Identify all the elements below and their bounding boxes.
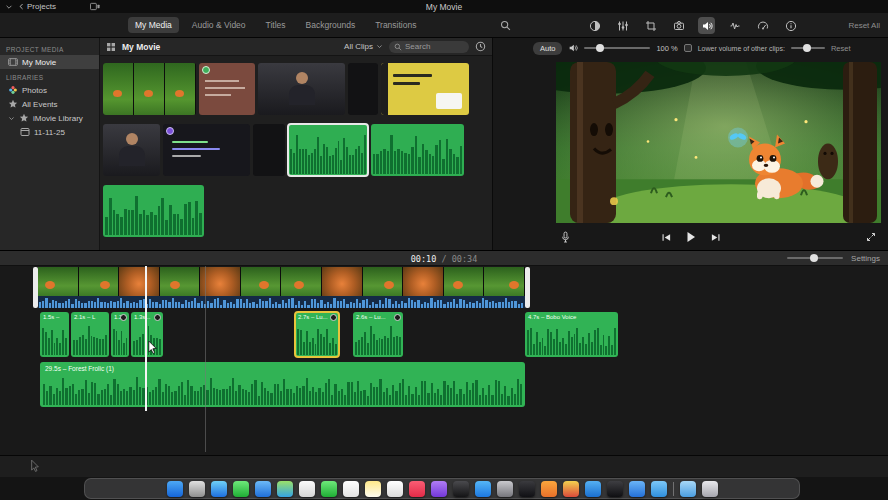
next-frame-button[interactable] bbox=[710, 233, 721, 242]
timeline-music-clip[interactable]: 29.5s – Forest Frolic (1) bbox=[40, 362, 525, 407]
dock-app-store[interactable] bbox=[475, 481, 491, 497]
tab-transitions[interactable]: Transitions bbox=[368, 17, 423, 33]
video-audio-track[interactable] bbox=[38, 296, 525, 308]
media-browser-toggle-icon[interactable] bbox=[89, 2, 101, 11]
dock-podcasts[interactable] bbox=[431, 481, 447, 497]
noise-reduction-icon[interactable] bbox=[726, 17, 743, 34]
media-clip-code[interactable] bbox=[163, 124, 250, 176]
timeline-tracks: 1.5s –2.1s – L1.2.1.3s...2.7s – Lu...2.6… bbox=[0, 266, 888, 455]
timeline-zoom-knob[interactable] bbox=[810, 254, 818, 262]
dock-downloads[interactable] bbox=[680, 481, 696, 497]
tab-my-media[interactable]: My Media bbox=[128, 17, 179, 33]
recents-clock-icon[interactable] bbox=[475, 41, 486, 52]
timeline-zoom-slider[interactable] bbox=[787, 257, 843, 259]
dock-safari[interactable] bbox=[211, 481, 227, 497]
stabilization-icon[interactable] bbox=[670, 17, 687, 34]
dock-photos[interactable] bbox=[299, 481, 315, 497]
timeline-audio-clip-1-2[interactable]: 1.2. bbox=[111, 312, 129, 357]
sidebar-item-11-11-25[interactable]: 11-11-25 bbox=[0, 125, 99, 139]
previous-frame-button[interactable] bbox=[661, 233, 672, 242]
lower-volume-slider[interactable] bbox=[791, 47, 825, 49]
dock-messages[interactable] bbox=[233, 481, 249, 497]
dock-video-call[interactable] bbox=[629, 481, 645, 497]
playhead[interactable] bbox=[145, 266, 147, 411]
media-clip-audio-wave[interactable] bbox=[288, 124, 368, 176]
dock-maps[interactable] bbox=[277, 481, 293, 497]
thumbnail-zoom-icon[interactable] bbox=[500, 20, 511, 31]
dock-facetime[interactable] bbox=[321, 481, 337, 497]
clip-effect-badge bbox=[330, 314, 337, 321]
media-clip-text-doc[interactable] bbox=[199, 63, 255, 115]
clip-info-icon[interactable] bbox=[782, 17, 799, 34]
timeline-audio-clip-2-6s-lu[interactable]: 2.6s – Lu... bbox=[353, 312, 403, 357]
media-clip-fox-video[interactable] bbox=[103, 63, 196, 115]
dock-music[interactable] bbox=[409, 481, 425, 497]
sidebar-item-photos[interactable]: Photos bbox=[0, 83, 99, 97]
search-field[interactable] bbox=[389, 41, 469, 53]
dock-mail[interactable] bbox=[255, 481, 271, 497]
all-clips-dropdown[interactable]: All Clips bbox=[344, 42, 383, 51]
search-input[interactable] bbox=[405, 42, 464, 51]
back-to-projects-button[interactable]: Projects bbox=[18, 2, 56, 11]
crop-icon[interactable] bbox=[642, 17, 659, 34]
filmstrip-frame bbox=[444, 267, 485, 296]
filmstrip-frame bbox=[38, 267, 79, 296]
timeline-audio-clip-2-1s-l[interactable]: 2.1s – L bbox=[71, 312, 109, 357]
dock-code-editor[interactable] bbox=[585, 481, 601, 497]
clip-trim-handle-right[interactable] bbox=[525, 267, 530, 308]
fox-figure bbox=[294, 281, 304, 289]
filmstrip[interactable] bbox=[38, 267, 525, 296]
dock-terminal[interactable] bbox=[607, 481, 623, 497]
volume-slider-knob[interactable] bbox=[596, 44, 604, 52]
volume-icon[interactable] bbox=[698, 17, 715, 34]
collapse-chevron-icon[interactable] bbox=[5, 3, 13, 11]
timeline-settings-button[interactable]: Settings bbox=[851, 254, 880, 263]
dock-stocks[interactable] bbox=[519, 481, 535, 497]
filmstrip-frame bbox=[200, 267, 241, 296]
volume-slider[interactable] bbox=[584, 47, 650, 49]
tab-audio-video[interactable]: Audio & Video bbox=[185, 17, 253, 33]
dock-reminders[interactable] bbox=[387, 481, 403, 497]
media-clip-webcam2[interactable] bbox=[103, 124, 160, 176]
lower-volume-knob[interactable] bbox=[803, 44, 811, 52]
sidebar-item-all-events[interactable]: All Events bbox=[0, 97, 99, 111]
timeline-audio-clip-2-7s-lu[interactable]: 2.7s – Lu... bbox=[295, 312, 339, 357]
color-balance-icon[interactable] bbox=[586, 17, 603, 34]
auto-volume-button[interactable]: Auto bbox=[533, 42, 562, 55]
dock-folder[interactable] bbox=[651, 481, 667, 497]
dock-browser[interactable] bbox=[563, 481, 579, 497]
grid-view-icon[interactable] bbox=[106, 42, 116, 52]
dock-books[interactable] bbox=[541, 481, 557, 497]
sidebar-item-my-movie[interactable]: My Movie bbox=[0, 55, 99, 69]
dock-tv[interactable] bbox=[453, 481, 469, 497]
volume-reset-button[interactable]: Reset bbox=[831, 44, 851, 53]
dock-trash[interactable] bbox=[702, 481, 718, 497]
color-correction-icon[interactable] bbox=[614, 17, 631, 34]
timeline-audio-clip-1-5s[interactable]: 1.5s – bbox=[40, 312, 69, 357]
dock-finder[interactable] bbox=[167, 481, 183, 497]
lower-volume-checkbox[interactable] bbox=[684, 44, 692, 52]
reset-all-button[interactable]: Reset All bbox=[848, 21, 880, 30]
dock-launchpad[interactable] bbox=[189, 481, 205, 497]
timeline-audio-clip-4-7s-bobo-voice[interactable]: 4.7s – Bobo Voice bbox=[525, 312, 618, 357]
play-button[interactable] bbox=[686, 231, 696, 243]
dock-settings[interactable] bbox=[497, 481, 513, 497]
sidebar-item-label: My Movie bbox=[22, 58, 56, 67]
media-clip-dark[interactable] bbox=[253, 124, 285, 176]
media-clip-audio-wave[interactable] bbox=[371, 124, 464, 176]
fullscreen-icon[interactable] bbox=[866, 232, 876, 242]
media-clip-audio-wave[interactable] bbox=[103, 185, 204, 237]
tab-titles[interactable]: Titles bbox=[259, 17, 293, 33]
speed-icon[interactable] bbox=[754, 17, 771, 34]
media-clip-dark[interactable] bbox=[348, 63, 378, 115]
dock-calendar[interactable] bbox=[343, 481, 359, 497]
media-clip-promo-yellow[interactable] bbox=[381, 63, 469, 115]
sidebar-item-imovie-library[interactable]: iMovie Library bbox=[0, 111, 99, 125]
filmstrip-frame bbox=[363, 267, 404, 296]
dock-notes[interactable] bbox=[365, 481, 381, 497]
clip-waveform bbox=[355, 324, 401, 355]
clip-trim-handle-left[interactable] bbox=[33, 267, 38, 308]
tab-backgrounds[interactable]: Backgrounds bbox=[299, 17, 363, 33]
media-clip-webcam[interactable] bbox=[258, 63, 345, 115]
volume-controls: Auto 100 % Lower volume of other clips: … bbox=[493, 38, 888, 58]
